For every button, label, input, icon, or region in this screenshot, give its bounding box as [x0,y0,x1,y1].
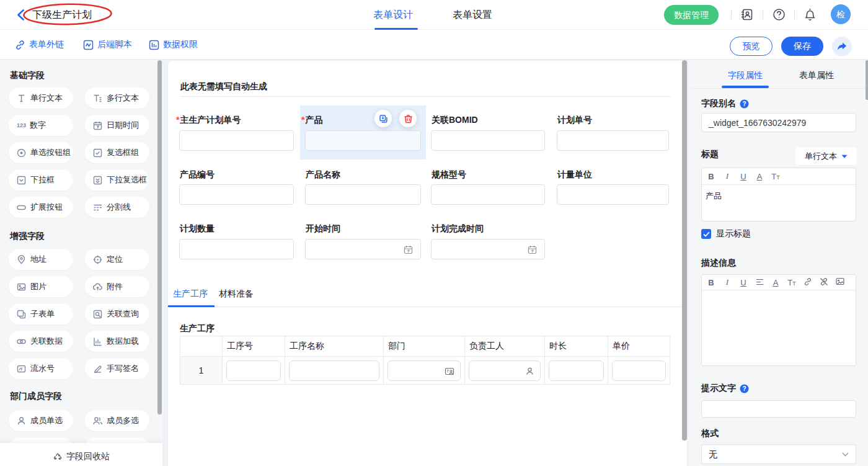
svg-text:?: ? [742,100,746,107]
svg-text:?: ? [742,385,746,392]
